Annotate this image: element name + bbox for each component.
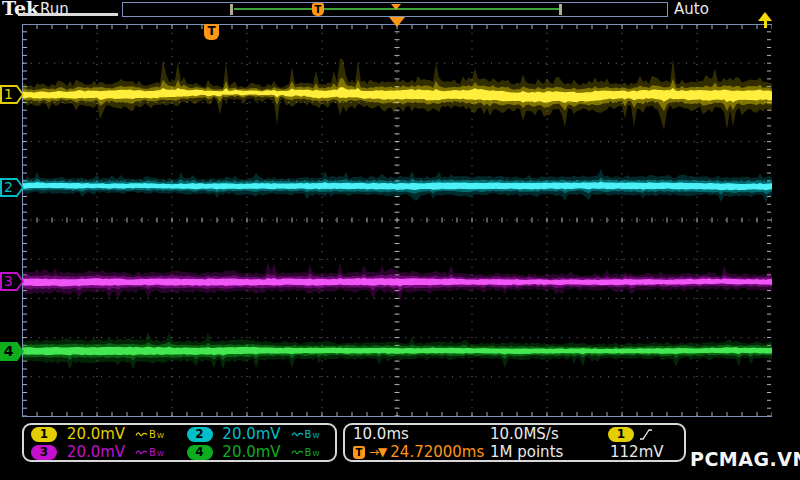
delay-arrow-icons: →▼ <box>369 445 386 459</box>
sample-rate-readout: 10.0MS/s <box>482 425 600 443</box>
channel-1-badge[interactable]: 1 <box>31 427 57 442</box>
channel-3-settings[interactable]: 3 20.0mV B W <box>24 443 180 461</box>
watermark: PCMAG.VN <box>690 448 800 470</box>
waveform-display[interactable]: T <box>22 24 772 417</box>
channel-1-settings[interactable]: 1 20.0mV B W <box>24 425 180 443</box>
record-view-right-bracket-icon <box>559 4 562 15</box>
ac-coupling-icon <box>291 448 304 457</box>
rising-edge-slope-icon <box>638 427 654 442</box>
record-trigger-position-flag[interactable]: T <box>312 3 324 16</box>
vertical-settings-panel: 1 20.0mV B W 2 20.0mV B W 3 20.0mV B W <box>22 423 337 462</box>
record-view-left-bracket-icon <box>230 4 233 15</box>
oscilloscope-screen: Tek Run T Auto T 1 2 3 4 <box>0 0 800 480</box>
channel-3-flags: B W <box>135 447 164 458</box>
channel-2-settings[interactable]: 2 20.0mV B W <box>180 425 336 443</box>
expansion-point-icon <box>389 17 405 27</box>
record-expansion-triangle-icon <box>391 4 401 10</box>
channel-2-scale: 20.0mV <box>219 425 285 443</box>
channel-3-badge[interactable]: 3 <box>31 445 57 460</box>
trigger-level-value: 112mV <box>608 443 664 461</box>
ac-coupling-icon <box>135 430 148 439</box>
bandwidth-limit-icon: B <box>149 429 156 440</box>
delay-value: 24.72000ms <box>390 443 484 461</box>
channel-2-badge[interactable]: 2 <box>187 427 213 442</box>
channel-4-scale: 20.0mV <box>219 443 285 461</box>
ac-coupling-icon <box>291 430 304 439</box>
channel-2-marker-label: 2 <box>0 178 17 197</box>
channel-4-marker-label: 4 <box>0 342 17 361</box>
channel-1-flags: B W <box>135 429 164 440</box>
horizontal-trigger-panel: 10.0ms 10.0MS/s 1 T →▼ 24.72000ms 1M poi… <box>343 423 686 462</box>
trigger-source-badge[interactable]: 1 <box>608 427 634 442</box>
bandwidth-limit-sub: W <box>157 432 164 440</box>
bandwidth-limit-sub: W <box>312 432 319 440</box>
trigger-mode-readout: Auto <box>674 0 709 18</box>
bandwidth-limit-icon: B <box>149 447 156 458</box>
channel-4-settings[interactable]: 4 20.0mV B W <box>180 443 336 461</box>
graticule-and-waveforms <box>22 24 772 417</box>
trigger-level-readout[interactable]: 112mV <box>600 443 684 461</box>
channel-4-position-marker[interactable]: 4 <box>0 342 24 361</box>
record-length-readout: 1M points <box>482 443 600 461</box>
channel-1-marker-label: 1 <box>0 85 17 104</box>
bandwidth-limit-sub: W <box>312 450 319 458</box>
channel-3-position-marker[interactable]: 3 <box>0 272 24 291</box>
channel-4-badge[interactable]: 4 <box>187 445 213 460</box>
channel-3-scale: 20.0mV <box>63 443 129 461</box>
channel-1-scale: 20.0mV <box>63 425 129 443</box>
sample-rate-value: 10.0MS/s <box>490 425 559 443</box>
bandwidth-limit-icon: B <box>305 447 312 458</box>
channel-4-flags: B W <box>291 447 320 458</box>
tek-logo: Tek <box>2 0 39 19</box>
trigger-flag-icon: T <box>353 446 365 459</box>
record-length-value: 1M points <box>490 443 563 461</box>
trigger-delay-readout[interactable]: T →▼ 24.72000ms <box>345 443 482 461</box>
channel-2-flags: B W <box>291 429 320 440</box>
bandwidth-limit-sub: W <box>157 450 164 458</box>
horizontal-scale-value: 10.0ms <box>353 425 409 443</box>
arrow-stem <box>764 20 767 28</box>
bandwidth-limit-icon: B <box>305 429 312 440</box>
ac-coupling-icon <box>135 448 148 457</box>
trigger-level-offscreen-arrow-icon[interactable] <box>758 12 772 28</box>
trigger-point-flag[interactable]: T <box>204 24 219 40</box>
channel-3-marker-label: 3 <box>0 272 17 291</box>
horizontal-scale-readout[interactable]: 10.0ms <box>345 425 482 443</box>
channel-2-position-marker[interactable]: 2 <box>0 178 24 197</box>
record-view-bar[interactable]: T <box>122 2 668 17</box>
channel-1-position-marker[interactable]: 1 <box>0 85 24 104</box>
trigger-source-readout[interactable]: 1 <box>600 427 684 442</box>
logo-underline <box>18 13 118 16</box>
